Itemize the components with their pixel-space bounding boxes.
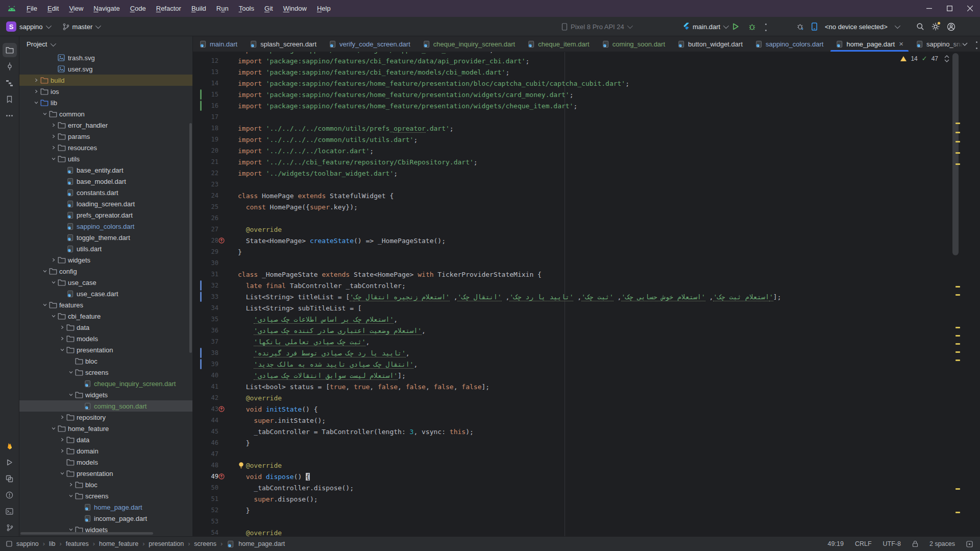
tree-item-params[interactable]: params [19,131,192,142]
commit-icon[interactable] [3,59,17,74]
code-line-33[interactable]: 33 List<String> titleList = ['استعلام ثب… [193,291,980,302]
code-line-14[interactable]: 14import 'package:sappino/features/home_… [193,78,980,89]
code-line-25[interactable]: 25 const HomePage({super.key}); [193,201,980,212]
menu-help[interactable]: Help [312,5,336,12]
tree-item-common[interactable]: common [19,108,192,119]
tree-item-config[interactable]: config [19,266,192,277]
editor-tab-home_page-dart[interactable]: home_page.dart× [829,36,909,52]
tree-item-utils[interactable]: utils [19,153,192,164]
tree-item-use_case[interactable]: use_case [19,277,192,288]
code-line-53[interactable]: 53 [193,516,980,527]
tree-item-widgets[interactable]: widgets [19,389,192,400]
tree-item-data[interactable]: data [19,322,192,333]
firebase-icon[interactable] [3,439,17,453]
code-line-18[interactable]: 18import '../../../../common/utils/prefs… [193,123,980,134]
tree-item-repository[interactable]: repository [19,412,192,423]
code-line-45[interactable]: 45 _tabController = TabController(length… [193,426,980,437]
profile-account-icon[interactable] [947,22,955,31]
breadcrumb-presentation[interactable]: presentation [149,540,184,547]
code-line-16[interactable]: 16import 'package:sappino/features/home_… [193,100,980,111]
code-line-37[interactable]: 37 'ثبت چک صیادی تعاملی بانکها', [193,336,980,347]
tree-item-lib[interactable]: lib [19,97,192,108]
code-line-15[interactable]: 15import 'package:sappino/features/home_… [193,89,980,100]
editor-tab-sappino_colors-dart[interactable]: sappino_colors.dart [749,36,829,52]
editor-tab-cheque_item-dart[interactable]: cheque_item.dart [521,36,595,52]
tree-item-home_page-dart[interactable]: home_page.dart [19,501,192,513]
indent-widget[interactable]: 2 spaces [929,540,955,547]
breadcrumb-home_feature[interactable]: home_feature [99,540,138,547]
menu-view[interactable]: View [64,5,88,12]
code-line-36[interactable]: 36 'استعلام وضعیت اعتباری صادر کننده چک … [193,325,980,336]
code-line-46[interactable]: 46 } [193,437,980,448]
tree-chevron-icon[interactable] [58,437,66,442]
structure-icon[interactable] [3,76,17,90]
editor-tab-main-dart[interactable]: main.dart [193,36,243,52]
code-line-22[interactable]: 22import '../widgets/toolbar_widget.dart… [193,167,980,179]
version-control-icon[interactable] [3,520,17,535]
tree-chevron-icon[interactable] [58,336,66,341]
code-line-24[interactable]: 24class HomePage extends StatefulWidget … [193,190,980,201]
code-line-50[interactable]: 50 _tabController.dispose(); [193,482,980,493]
menu-file[interactable]: File [21,5,42,12]
tree-item-cbi_feature[interactable]: cbi_feature [19,310,192,322]
search-everywhere-icon[interactable] [916,22,924,31]
tree-chevron-icon[interactable] [58,415,66,420]
tree-item-domain[interactable]: domain [19,445,192,457]
tree-item-utils-dart[interactable]: utils.dart [19,243,192,254]
code-line-42[interactable]: 42 @override [193,392,980,403]
override-method-icon[interactable] [218,406,225,412]
warning-stripe-mark[interactable] [955,141,960,142]
debug-button[interactable] [748,23,756,31]
code-line-32[interactable]: 32 late final TabController _tabControll… [193,280,980,291]
tree-item-coming_soon-dart[interactable]: coming_soon.dart [19,400,192,412]
tree-chevron-icon[interactable] [67,527,75,532]
warning-stripe-mark[interactable] [955,294,960,296]
tree-chevron-icon[interactable] [58,325,66,330]
menu-edit[interactable]: Edit [42,5,64,12]
tree-item-constants-dart[interactable]: constants.dart [19,187,192,198]
tree-item-sappino_colors-dart[interactable]: sappino_colors.dart [19,221,192,232]
menu-code[interactable]: Code [125,5,151,12]
more-tool-windows-icon[interactable] [3,108,17,123]
tree-item-presentation[interactable]: presentation [19,468,192,479]
code-line-26[interactable]: 26 [193,212,980,224]
code-line-21[interactable]: 21import '../../../cbi_feature/repositor… [193,156,980,167]
tree-chevron-icon[interactable] [41,302,49,307]
tree-item-toggle_theme-dart[interactable]: toggle_theme.dart [19,232,192,243]
code-line-49[interactable]: 49 void dispose() { [193,471,980,482]
warning-stripe-mark[interactable] [955,163,960,165]
inspections-widget[interactable]: 14 ✓ 47 [900,55,949,62]
warning-stripe-mark[interactable] [955,123,960,124]
tree-chevron-icon[interactable] [50,314,58,319]
tree-item-build[interactable]: build [19,75,192,86]
code-line-27[interactable]: 27 @override [193,224,980,235]
terminal-icon[interactable] [3,504,17,518]
breadcrumb-features[interactable]: features [66,540,89,547]
tree-chevron-icon[interactable] [50,123,58,128]
encoding-widget[interactable]: UTF-8 [883,540,901,547]
tree-chevron-icon[interactable] [58,471,66,476]
code-line-19[interactable]: 19import '../../../../common/utils/utils… [193,134,980,145]
tree-chevron-icon[interactable] [32,89,40,94]
code-line-48[interactable]: 48 @override [193,460,980,471]
breadcrumb-sappino[interactable]: sappino [16,540,39,547]
code-line-23[interactable]: 23 [193,179,980,190]
tree-chevron-icon[interactable] [67,370,75,375]
tree-item-ios[interactable]: ios [19,86,192,97]
menu-window[interactable]: Window [278,5,312,12]
bookmarks-icon[interactable] [3,92,17,106]
warning-stripe-mark[interactable] [955,360,960,361]
tree-item-base_entity-dart[interactable]: base_entity.dart [19,164,192,176]
tree-chevron-icon[interactable] [50,280,58,285]
tree-item-cheque_inquiry_screen-dart[interactable]: cheque_inquiry_screen.dart [19,378,192,389]
menu-git[interactable]: Git [259,5,278,12]
tree-item-trash-svg[interactable]: trash.svg [19,52,192,63]
tree-vertical-scrollbar[interactable] [189,123,192,353]
menu-refactor[interactable]: Refactor [151,5,186,12]
tree-item-screens[interactable]: screens [19,490,192,501]
run-configuration-selector[interactable]: main.dart [683,17,727,36]
warning-stripe-mark[interactable] [955,327,960,328]
warning-stripe-mark[interactable] [955,132,960,133]
line-separator-widget[interactable]: CRLF [855,540,872,547]
tree-chevron-icon[interactable] [32,78,40,83]
